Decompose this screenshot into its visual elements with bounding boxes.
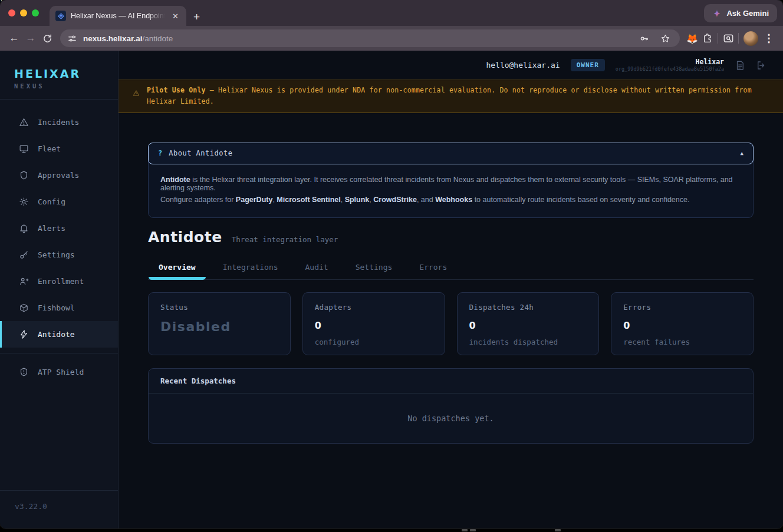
question-mark-icon: ? <box>158 149 162 157</box>
url-bar[interactable]: nexus.helixar.ai/antidote <box>60 29 680 47</box>
metamask-extension-icon[interactable]: 🦊 <box>685 31 700 46</box>
stat-cards: Status Disabled Adapters 0 configured Di… <box>148 292 754 355</box>
recent-dispatches-title: Recent Dispatches <box>149 369 753 394</box>
warning-triangle-icon <box>133 90 140 97</box>
sidebar-item-fishbowl[interactable]: Fishbowl <box>0 295 118 321</box>
browser-tab[interactable]: Helixar Nexus — AI Endpoint De ✕ <box>50 6 186 26</box>
browser-tabstrip: Helixar Nexus — AI Endpoint De ✕ + Ask G… <box>0 0 783 26</box>
tab-integrations[interactable]: Integrations <box>223 256 278 279</box>
adapters-card: Adapters 0 configured <box>302 292 445 355</box>
sidebar-item-approvals[interactable]: Approvals <box>0 162 118 189</box>
sidebar: HELIXAR NEXUS Incidents Fleet <box>0 51 119 528</box>
browser-menu-kebab-icon[interactable]: ⋮ <box>761 30 777 47</box>
recent-dispatches-panel: Recent Dispatches No dispatches yet. <box>148 368 754 444</box>
page-title-row: Antidote Threat integration layer <box>148 229 754 246</box>
tab-search-icon[interactable] <box>721 31 736 46</box>
about-panel-header[interactable]: ? About Antidote ▲ <box>148 143 754 164</box>
password-key-icon[interactable] <box>636 31 652 46</box>
sidebar-item-enrollment[interactable]: Enrollment <box>0 268 118 295</box>
errors-card: Errors 0 recent failures <box>611 292 754 355</box>
tab-settings[interactable]: Settings <box>356 256 393 279</box>
org-block: Helixar org_99d9b621fd0fefe438adaa8e5150… <box>616 58 724 73</box>
url-text: nexus.helixar.ai/antidote <box>83 34 173 43</box>
zoom-window-button[interactable] <box>32 9 39 16</box>
profile-avatar[interactable] <box>743 31 758 46</box>
page-tabs: Overview Integrations Audit Settings Err… <box>148 256 754 280</box>
org-name: Helixar <box>616 58 724 67</box>
url-path: /antidote <box>143 34 173 43</box>
page-content: ? About Antidote ▲ Antidote is the Helix… <box>119 113 783 528</box>
pilot-banner-text: Pilot Use Only — Helixar Nexus is provid… <box>147 85 766 107</box>
bell-icon <box>19 223 29 233</box>
shield-alert-icon <box>19 367 29 377</box>
extensions-puzzle-icon[interactable] <box>700 31 715 46</box>
page-subtitle: Threat integration layer <box>232 235 338 244</box>
gear-icon <box>19 197 29 207</box>
app-header: hello@helixar.ai OWNER Helixar org_99d9b… <box>119 51 783 80</box>
browser-window: Helixar Nexus — AI Endpoint De ✕ + Ask G… <box>0 0 783 528</box>
collapse-caret-icon: ▲ <box>741 150 743 156</box>
traffic-lights <box>8 9 39 16</box>
ask-gemini-button[interactable]: Ask Gemini <box>704 4 777 22</box>
pilot-banner: Pilot Use Only — Helixar Nexus is provid… <box>119 80 783 113</box>
sidebar-item-alerts[interactable]: Alerts <box>0 215 118 242</box>
about-panel: ? About Antidote ▲ Antidote is the Helix… <box>148 143 754 218</box>
lightning-icon <box>19 329 29 339</box>
bookmark-star-icon[interactable] <box>657 31 673 46</box>
sidebar-item-antidote[interactable]: Antidote <box>0 321 118 348</box>
page-title: Antidote <box>148 229 222 246</box>
warning-triangle-icon <box>19 117 29 127</box>
logout-icon[interactable] <box>756 60 766 71</box>
gemini-sparkle-icon <box>712 9 722 18</box>
url-host: nexus.helixar.ai <box>83 34 143 43</box>
status-card: Status Disabled <box>148 292 291 355</box>
sidebar-item-atp-shield[interactable]: ATP Shield <box>0 359 118 385</box>
errors-count: 0 <box>623 320 741 331</box>
browser-toolbar: ← → nexus.helixar.ai/antidote <box>0 26 783 51</box>
site-favicon-icon <box>55 11 66 21</box>
sidebar-item-config[interactable]: Config <box>0 189 118 215</box>
key-icon <box>19 250 29 260</box>
back-icon[interactable]: ← <box>6 30 22 47</box>
package-icon <box>19 303 29 313</box>
close-window-button[interactable] <box>8 9 15 16</box>
person-plus-icon <box>19 276 29 286</box>
dock-hint <box>462 529 468 531</box>
sidebar-item-incidents[interactable]: Incidents <box>0 109 118 136</box>
logo-subtitle: NEXUS <box>14 82 104 90</box>
minimize-window-button[interactable] <box>20 9 27 16</box>
helixar-logo: HELIXAR <box>14 67 104 80</box>
app-version: v3.22.0 <box>0 490 118 528</box>
status-value: Disabled <box>160 319 278 334</box>
user-email: hello@helixar.ai <box>486 61 560 70</box>
tab-title: Helixar Nexus — AI Endpoint De <box>71 12 165 20</box>
about-paragraph-1: Antidote is the Helixar threat integrati… <box>160 176 741 192</box>
new-tab-button[interactable]: + <box>193 11 200 22</box>
dock-hint <box>470 529 476 531</box>
forward-icon[interactable]: → <box>22 30 39 47</box>
sidebar-item-fleet[interactable]: Fleet <box>0 136 118 162</box>
adapters-count: 0 <box>315 320 433 331</box>
dock-hint <box>555 529 561 531</box>
tab-overview[interactable]: Overview <box>159 256 196 279</box>
document-icon[interactable] <box>735 60 745 71</box>
close-tab-icon[interactable]: ✕ <box>170 11 181 22</box>
sidebar-item-settings[interactable]: Settings <box>0 242 118 268</box>
ask-gemini-label: Ask Gemini <box>726 9 769 18</box>
shield-icon <box>19 170 29 180</box>
about-paragraph-2: Configure adapters for PagerDuty, Micros… <box>160 196 741 204</box>
about-panel-body: Antidote is the Helixar threat integrati… <box>149 164 753 217</box>
recent-dispatches-empty: No dispatches yet. <box>149 394 753 443</box>
site-settings-icon[interactable] <box>67 34 77 44</box>
sidebar-nav: Incidents Fleet Approvals <box>0 100 118 385</box>
tab-audit[interactable]: Audit <box>305 256 328 279</box>
logo-block: HELIXAR NEXUS <box>0 51 118 99</box>
org-id: org_99d9b621fd0fefe438adaa8e5150fa2a <box>616 66 724 72</box>
about-panel-title: About Antidote <box>169 149 232 157</box>
owner-role-badge: OWNER <box>571 59 605 71</box>
dispatches-count: 0 <box>469 320 587 331</box>
dispatches-card: Dispatches 24h 0 incidents dispatched <box>457 292 600 355</box>
tab-errors[interactable]: Errors <box>419 256 447 279</box>
reload-icon[interactable] <box>39 30 55 47</box>
monitor-icon <box>19 144 29 154</box>
